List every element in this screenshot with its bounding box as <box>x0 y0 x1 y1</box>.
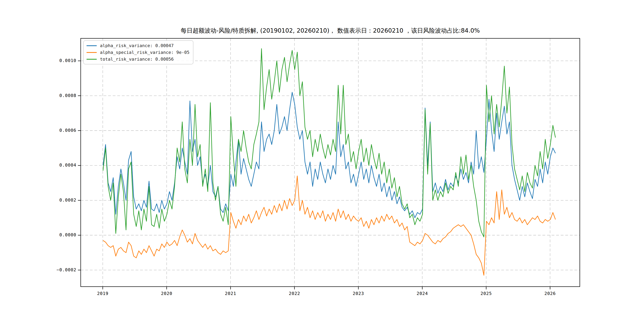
y-tick-label: 0.0004 <box>46 162 76 168</box>
legend: alpha_risk_variance: 0.00047alpha_specia… <box>83 40 194 64</box>
y-tick-label: 0.0010 <box>46 58 76 63</box>
figure: 每日超额波动-风险/特质拆解, (20190102, 20260210)， 数值… <box>0 0 644 322</box>
legend-line-sample <box>86 52 97 53</box>
legend-line-sample <box>86 45 97 46</box>
x-tick-label: 2025 <box>472 291 500 296</box>
legend-row-alpha_risk_variance: alpha_risk_variance: 0.00047 <box>86 43 190 48</box>
legend-row-alpha_special_risk_variance: alpha_special_risk_variance: 9e-05 <box>86 50 190 55</box>
legend-row-total_risk_variance: total_risk_variance: 0.00056 <box>86 57 190 62</box>
y-tick-label: 0.0008 <box>46 93 76 98</box>
x-tick-label: 2019 <box>89 291 117 296</box>
x-tick-label: 2023 <box>344 291 372 296</box>
y-tick-label: 0.0000 <box>46 232 76 237</box>
x-tick-label: 2024 <box>408 291 436 296</box>
legend-line-sample <box>86 59 97 60</box>
x-tick-label: 2020 <box>153 291 180 296</box>
series-line-alpha_special_risk_variance <box>103 176 555 275</box>
legend-label: alpha_risk_variance: 0.00047 <box>100 43 174 48</box>
x-tick-label: 2026 <box>536 291 564 296</box>
x-tick-label: 2021 <box>217 291 244 296</box>
y-tick-label: 0.0002 <box>46 198 76 202</box>
legend-label: alpha_special_risk_variance: 9e-05 <box>100 50 190 55</box>
y-tick-label: −0.0002 <box>46 267 76 272</box>
series-line-alpha_risk_variance <box>103 92 555 218</box>
legend-label: total_risk_variance: 0.00056 <box>100 57 174 62</box>
series-line-total_risk_variance <box>103 49 555 237</box>
y-tick-label: 0.0006 <box>46 128 76 133</box>
x-tick-label: 2022 <box>280 291 308 296</box>
